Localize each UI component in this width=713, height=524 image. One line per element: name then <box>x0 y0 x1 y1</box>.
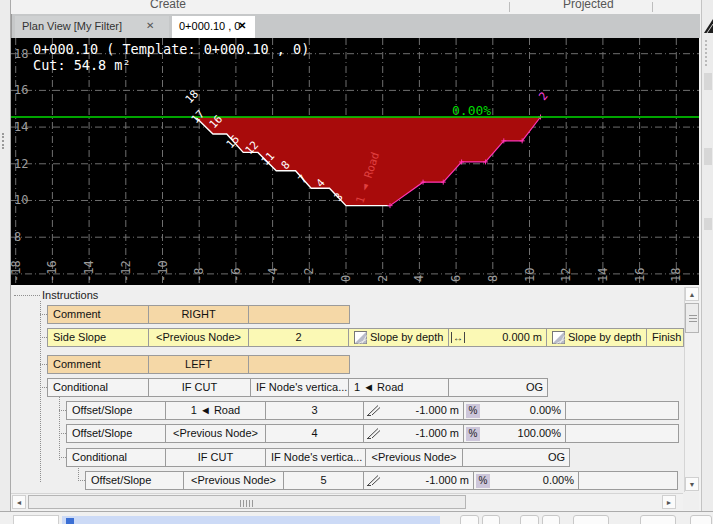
bottom-toolbar-button[interactable] <box>542 515 560 524</box>
instruction-cell[interactable]: Conditional <box>67 449 166 466</box>
instruction-cell[interactable]: -1.000 m <box>364 425 464 442</box>
bottom-toolbar-button[interactable] <box>482 515 500 524</box>
svg-text:16: 16 <box>14 83 28 97</box>
comment-left-row[interactable]: CommentLEFT <box>47 355 350 374</box>
instruction-cell[interactable]: OG <box>463 449 569 466</box>
offset-slope-row[interactable]: Offset/Slope<Previous Node>4-1.000 m%100… <box>66 424 679 443</box>
instruction-cell[interactable]: Slope by depth <box>349 329 449 346</box>
bottom-toolbar <box>0 511 713 524</box>
instruction-cell[interactable]: IF CUT <box>149 379 251 396</box>
slope-icon <box>366 427 381 440</box>
ribbon-tab-projected[interactable]: Projected <box>563 0 614 11</box>
instruction-cell[interactable]: LEFT <box>149 356 249 373</box>
instruction-cell[interactable]: Offset/Slope <box>67 402 166 419</box>
bottom-toolbar-button[interactable] <box>460 515 479 524</box>
svg-text:6: 6 <box>449 275 463 282</box>
dock-marker[interactable] <box>704 218 712 230</box>
svg-text:4: 4 <box>412 275 426 282</box>
scroll-up-button[interactable]: ▲ <box>685 287 699 301</box>
instruction-cell[interactable]: Conditional <box>48 379 149 396</box>
instruction-cell[interactable]: <Previous Node> <box>166 425 266 442</box>
tree-rail <box>59 397 60 460</box>
view-tab-bar: Plan View [My Filter] ✕ 0+000.10 , 0 ✕ <box>11 14 700 38</box>
left-dock-strip <box>0 0 11 524</box>
bottom-toolbar-button[interactable] <box>573 515 609 524</box>
instruction-cell[interactable]: %100.00% <box>464 425 566 442</box>
dock-marker[interactable] <box>704 73 712 90</box>
svg-text:-12: -12 <box>119 260 133 282</box>
cross-section-view[interactable]: 0+000.10 ( Template: 0+000.10 , 0)Cut: 5… <box>11 38 699 285</box>
hscroll-thumb[interactable] <box>28 495 466 509</box>
instructions-vscrollbar[interactable]: ▲ ▼ <box>684 287 699 492</box>
tab-cross-section[interactable]: 0+000.10 , 0 ✕ <box>172 16 255 38</box>
instruction-cell[interactable] <box>566 402 678 419</box>
instruction-cell[interactable] <box>249 306 349 323</box>
scroll-down-button[interactable]: ▼ <box>685 477 699 491</box>
selected-item-bar[interactable] <box>62 516 440 524</box>
instruction-cell[interactable]: <Previous Node> <box>366 449 463 466</box>
instruction-cell[interactable]: RIGHT <box>149 306 249 323</box>
instruction-cell[interactable] <box>249 356 349 373</box>
template-icon[interactable] <box>703 17 713 35</box>
bottom-toolbar-button[interactable] <box>640 515 676 524</box>
instruction-cell[interactable]: OG <box>449 379 547 396</box>
instruction-cell[interactable] <box>566 425 678 442</box>
instruction-cell[interactable]: -1.000 m <box>364 402 464 419</box>
instruction-cell[interactable]: IF Node's vertica... <box>251 379 349 396</box>
svg-text:0.00%: 0.00% <box>452 103 491 118</box>
bottom-toolbar-button[interactable] <box>690 515 712 524</box>
instruction-cell[interactable]: 3 <box>266 402 364 419</box>
instruction-cell[interactable]: 2 <box>249 329 349 346</box>
instruction-cell[interactable]: 1 ◄ Road <box>166 402 266 419</box>
close-icon[interactable]: ✕ <box>238 20 246 31</box>
tree-connector <box>40 387 47 388</box>
instruction-cell[interactable]: Finish <box>647 329 683 346</box>
cell-value: 0.00% <box>543 472 574 489</box>
instructions-title: Instructions <box>42 289 98 301</box>
instruction-cell[interactable]: Offset/Slope <box>86 472 184 489</box>
cell-value: 0.00% <box>530 402 561 419</box>
conditional-row[interactable]: ConditionalIF CUTIF Node's vertica...<Pr… <box>66 448 570 467</box>
instruction-cell[interactable]: %0.00% <box>474 472 579 489</box>
instruction-cell[interactable]: Comment <box>48 306 149 323</box>
svg-text:-10: -10 <box>156 260 170 282</box>
dock-texture <box>705 40 712 66</box>
instruction-cell[interactable]: Offset/Slope <box>67 425 166 442</box>
slope-by-depth-icon[interactable] <box>552 331 565 344</box>
scroll-right-button[interactable]: ► <box>662 495 676 509</box>
bottom-toolbar-button[interactable] <box>520 515 539 524</box>
cell-value: Slope by depth <box>568 329 641 346</box>
side-slope-row[interactable]: Side Slope<Previous Node>2Slope by depth… <box>47 328 684 347</box>
left-arrow-icon: ◄ <box>16 499 23 506</box>
conditional-row[interactable]: ConditionalIF CUTIF Node's vertica...1 ◄… <box>47 378 548 397</box>
instruction-cell[interactable]: IF Node's vertica... <box>266 449 366 466</box>
instruction-cell[interactable]: ↔0.000 m <box>449 329 547 346</box>
instruction-cell[interactable]: 5 <box>284 472 364 489</box>
instruction-cell[interactable]: Slope by depth <box>547 329 647 346</box>
instruction-cell[interactable]: <Previous Node> <box>149 329 249 346</box>
instruction-cell[interactable]: Comment <box>48 356 149 373</box>
vscroll-thumb[interactable] <box>685 303 699 333</box>
offset-slope-row[interactable]: Offset/Slope1 ◄ Road3-1.000 m%0.00% <box>66 401 679 420</box>
instruction-cell[interactable]: 1 ◄ Road <box>349 379 449 396</box>
scroll-left-button[interactable]: ◄ <box>12 495 26 509</box>
offset-slope-row[interactable]: Offset/Slope<Previous Node>5-1.000 m%0.0… <box>85 471 678 490</box>
cell-value: -1.000 m <box>416 425 459 442</box>
instruction-cell[interactable]: Side Slope <box>48 329 149 346</box>
bottom-field[interactable] <box>13 515 59 524</box>
instruction-cell[interactable]: 4 <box>266 425 364 442</box>
tab-plan-view[interactable]: Plan View [My Filter] ✕ <box>15 16 169 38</box>
instruction-cell[interactable]: -1.000 m <box>364 472 474 489</box>
ribbon-tab-create[interactable]: Create <box>150 0 186 11</box>
instruction-cell[interactable]: IF CUT <box>166 449 266 466</box>
slope-by-depth-icon[interactable] <box>354 331 367 344</box>
close-icon[interactable]: ✕ <box>146 20 154 31</box>
instructions-hscrollbar[interactable]: ◄ ► <box>11 493 683 510</box>
instruction-cell[interactable]: %0.00% <box>464 402 566 419</box>
dock-marker[interactable] <box>704 148 712 165</box>
comment-right-row[interactable]: CommentRIGHT <box>47 305 350 324</box>
instruction-cell[interactable] <box>579 472 677 489</box>
ribbon-separator <box>652 2 653 12</box>
instruction-cell[interactable]: <Previous Node> <box>184 472 284 489</box>
dock-handle[interactable] <box>2 133 9 149</box>
